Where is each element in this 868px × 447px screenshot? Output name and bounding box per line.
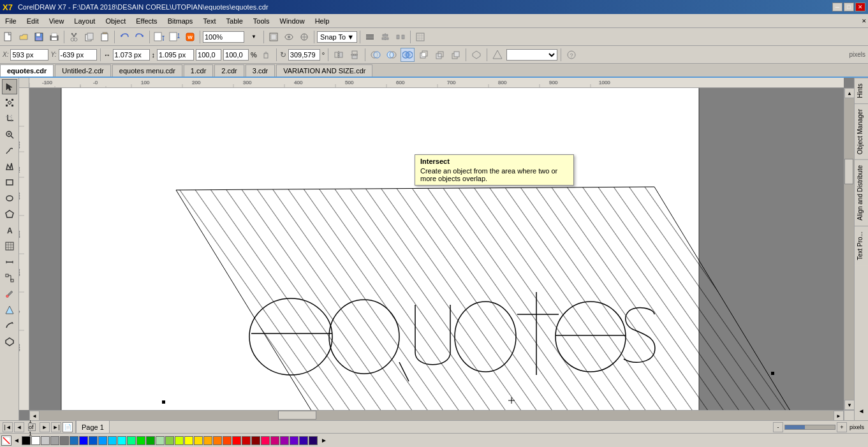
snap-to-dropdown[interactable]: Snap To ▼ [317,31,357,43]
color-swatch-gray3[interactable] [60,436,69,445]
color-swatch-yellow[interactable] [184,436,193,445]
color-swatch-lime[interactable] [165,436,174,445]
grid-button[interactable] [413,30,427,44]
trim-button[interactable] [385,48,399,62]
zoom-slider[interactable] [784,425,835,430]
boundary-button[interactable] [469,48,483,62]
next-page-button[interactable]: ► [40,422,50,432]
height-input[interactable] [157,49,194,61]
paste-button[interactable] [98,30,112,44]
prev-page-button[interactable]: ◄ [14,422,24,432]
align-button[interactable] [378,30,392,44]
x-position-input[interactable] [10,49,48,61]
color-swatch-red-orange[interactable] [223,436,232,445]
node-edit-tool[interactable] [2,95,17,110]
menu-object[interactable]: Object [100,14,131,27]
scroll-down-button[interactable]: ▼ [844,400,854,410]
color-swatch-yellow-green[interactable] [175,436,184,445]
menu-window[interactable]: Window [275,14,310,27]
color-swatch-amber[interactable] [194,436,203,445]
scroll-track-h[interactable] [40,411,834,420]
zoom-tool[interactable] [2,127,17,142]
color-swatch-gray1[interactable] [41,436,50,445]
color-swatch-dark-blue[interactable] [309,436,318,445]
add-page-button[interactable]: 📄 [63,422,73,432]
color-swatch-blue3[interactable] [89,436,98,445]
color-swatch-cyan2[interactable] [108,436,117,445]
scroll-left-button[interactable]: ◄ [29,411,40,420]
tab-3[interactable]: 3.cdr [246,64,275,77]
tab-equotes-menu[interactable]: equotes menu.cdr [112,64,182,77]
align-distribute-tab[interactable]: Align and Distribute [855,159,868,226]
weld-button[interactable] [369,48,383,62]
tab-untitled[interactable]: Untitled-2.cdr [55,64,110,77]
color-swatch-green4[interactable] [156,436,165,445]
outline-tool[interactable] [2,334,17,349]
scale-x-input[interactable] [196,49,221,61]
color-swatch-cyan1[interactable] [98,436,107,445]
back-minus-front[interactable] [448,48,462,62]
view-button[interactable] [282,30,296,44]
color-swatch-blue2[interactable] [79,436,88,445]
color-swatch-black[interactable] [22,436,31,445]
parallel-dimension-tool[interactable] [2,254,17,270]
open-button[interactable] [17,30,31,44]
y-position-input[interactable] [59,49,97,61]
select-tool[interactable] [2,79,17,94]
simplify-button[interactable] [416,48,430,62]
menu-help[interactable]: Help [310,14,335,27]
text-properties-tab[interactable]: Text Pro... [855,226,868,265]
maximize-button[interactable]: □ [844,3,854,11]
menu-layout[interactable]: Layout [69,14,100,27]
color-swatch-green2[interactable] [136,436,145,445]
color-swatch-blue1[interactable] [70,436,78,445]
smart-drawing-tool[interactable] [2,318,17,333]
color-swatch-green3[interactable] [146,436,155,445]
polygon-tool[interactable] [2,207,17,222]
intersect-button[interactable] [401,48,415,62]
new-button[interactable] [1,30,15,44]
full-screen-button[interactable] [267,30,281,44]
angle-input[interactable] [288,49,320,61]
menu-file[interactable]: File [0,14,22,27]
no-fill-swatch[interactable] [1,436,11,446]
scroll-thumb-h[interactable] [278,411,316,420]
color-swatch-purple2[interactable] [290,436,298,445]
menu-effects[interactable]: Effects [131,14,162,27]
palette-scroll-right[interactable]: ► [320,437,328,444]
minimize-button[interactable]: ─ [832,3,842,11]
scroll-thumb-v[interactable] [844,159,853,184]
zoom-input[interactable] [203,31,244,43]
zoom-dropdown[interactable]: ▼ [247,30,261,44]
smart-fill-tool[interactable] [2,159,17,174]
close-button[interactable]: ✕ [855,3,865,11]
tab-variation[interactable]: VARIATION AND SIZE.cdr [276,64,372,77]
freehand-tool[interactable] [2,143,17,158]
scroll-right-button[interactable]: ► [834,411,844,420]
publish-button[interactable]: W [183,30,197,44]
color-swatch-dark-red[interactable] [242,436,251,445]
color-swatch-purple1[interactable] [280,436,289,445]
distribute-button[interactable] [394,30,408,44]
color-swatch-orange2[interactable] [213,436,222,445]
width-input[interactable] [113,49,150,61]
first-page-button[interactable]: |◄ [3,422,13,432]
tab-2[interactable]: 2.cdr [214,64,244,77]
zoom-in-status[interactable]: + [837,422,847,432]
menu-view[interactable]: View [44,14,70,27]
scroll-up-button[interactable]: ▲ [844,88,854,98]
color-swatch-indigo[interactable] [299,436,308,445]
color-swatch-magenta1[interactable] [270,436,279,445]
menu-table[interactable]: Table [221,14,248,27]
last-page-button[interactable]: ►| [51,422,61,432]
color-profile-select[interactable] [506,49,557,61]
panels-expand-button[interactable]: ◄ [855,404,869,418]
table-tool[interactable] [2,238,17,254]
tab-1[interactable]: 1.cdr [184,64,213,77]
scale-y-input[interactable] [223,49,249,61]
save-button[interactable] [32,30,46,44]
palette-scroll-left[interactable]: ◄ [12,437,21,444]
color-swatch-white[interactable] [31,436,40,445]
enhance-button[interactable] [297,30,311,44]
menu-edit[interactable]: Edit [22,14,44,27]
